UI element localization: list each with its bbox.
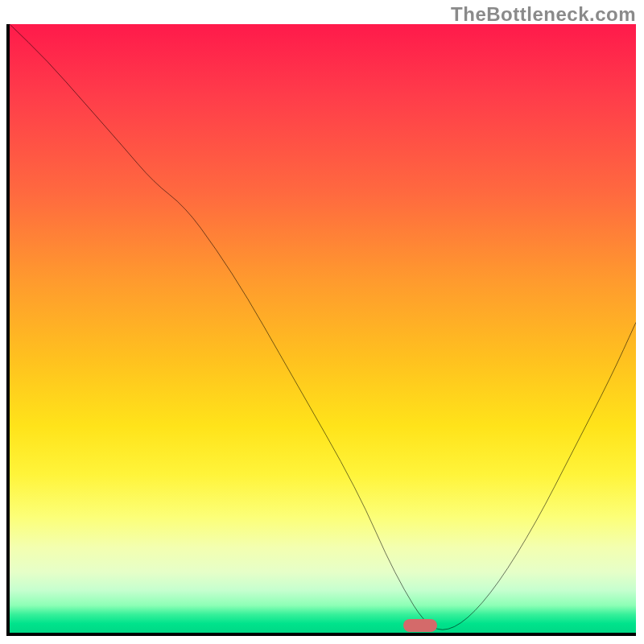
watermark-text: TheBottleneck.com (451, 3, 636, 26)
bottleneck-marker (403, 619, 437, 632)
chart-frame: TheBottleneck.com (0, 0, 644, 644)
curve-path (10, 24, 636, 630)
bottleneck-curve (10, 24, 636, 633)
plot-area (6, 24, 636, 636)
